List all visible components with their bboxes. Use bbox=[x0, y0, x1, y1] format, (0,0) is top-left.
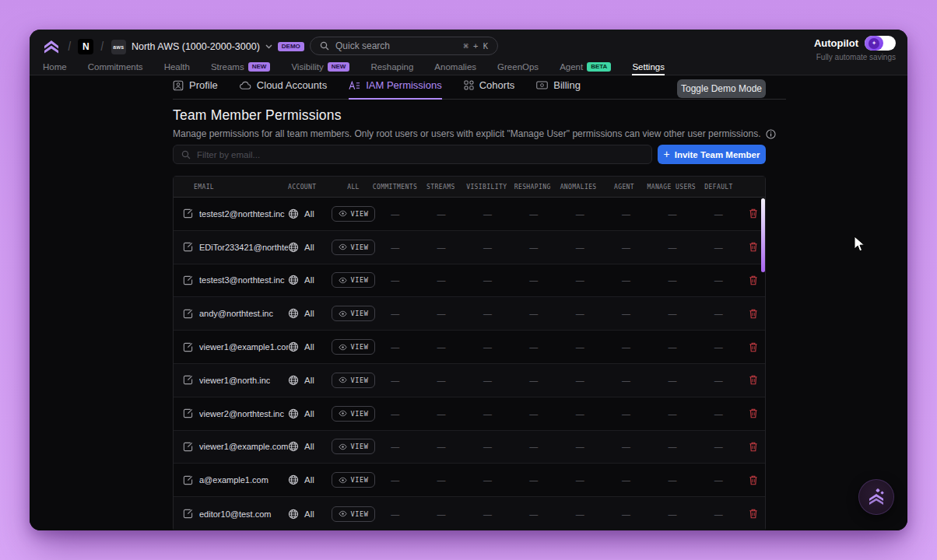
invite-team-member-button[interactable]: + Invite Team Member bbox=[658, 145, 766, 164]
view-permissions-button[interactable]: VIEW bbox=[332, 373, 376, 388]
edit-email-icon[interactable] bbox=[183, 475, 193, 485]
toggle-demo-mode-button[interactable]: Toggle Demo Mode bbox=[677, 79, 766, 98]
permission-cell-commitments: — bbox=[372, 243, 418, 252]
permission-cell-streams: — bbox=[418, 475, 464, 485]
view-permissions-button[interactable]: VIEW bbox=[332, 472, 376, 488]
column-header-all: ALL bbox=[335, 184, 372, 191]
globe-icon bbox=[288, 308, 299, 319]
tab-iam-permissions[interactable]: IAM Permissions bbox=[349, 78, 442, 99]
account-scope: All bbox=[304, 376, 314, 385]
edit-email-icon[interactable] bbox=[183, 375, 193, 385]
tab-cohorts[interactable]: Cohorts bbox=[464, 78, 515, 99]
permission-cell-visibility: — bbox=[465, 275, 511, 285]
view-permissions-button[interactable]: VIEW bbox=[332, 306, 376, 321]
permission-cell-manage-users: — bbox=[649, 309, 695, 318]
org-avatar[interactable]: N bbox=[78, 39, 93, 54]
globe-icon bbox=[288, 242, 299, 253]
account-selector[interactable]: aws North AWS (1000-2000-3000) DEMO bbox=[111, 40, 304, 54]
view-permissions-button[interactable]: VIEW bbox=[332, 406, 376, 422]
nav-item-commitments[interactable]: Commitments bbox=[88, 62, 143, 75]
permission-cell-default: — bbox=[696, 209, 742, 219]
permission-cell-visibility: — bbox=[465, 342, 511, 352]
new-badge: NEW bbox=[328, 62, 350, 72]
view-permissions-button[interactable]: VIEW bbox=[332, 206, 376, 222]
permission-cell-default: — bbox=[696, 409, 742, 418]
tab-billing[interactable]: Billing bbox=[536, 78, 581, 99]
delete-user-icon[interactable] bbox=[749, 208, 758, 219]
edit-email-icon[interactable] bbox=[183, 342, 193, 352]
app-window: / N / aws North AWS (1000-2000-3000) DEM… bbox=[30, 30, 907, 530]
delete-user-icon[interactable] bbox=[749, 509, 758, 519]
page-title: Team Member Permissions bbox=[173, 107, 342, 124]
permission-cell-default: — bbox=[696, 475, 742, 485]
edit-email-icon[interactable] bbox=[183, 309, 193, 319]
email-cell: a@example1.com bbox=[183, 475, 288, 485]
edit-email-icon[interactable] bbox=[183, 242, 193, 252]
table-scrollbar[interactable] bbox=[761, 198, 765, 272]
nav-item-streams[interactable]: StreamsNEW bbox=[211, 62, 271, 75]
delete-user-icon[interactable] bbox=[749, 275, 758, 285]
filter-placeholder: Filter by email... bbox=[197, 150, 260, 159]
edit-email-icon[interactable] bbox=[183, 275, 193, 285]
settings-content: ProfileCloud AccountsIAM PermissionsCoho… bbox=[30, 76, 907, 530]
account-scope: All bbox=[304, 409, 314, 418]
nav-item-reshaping[interactable]: Reshaping bbox=[370, 62, 413, 75]
view-permissions-button[interactable]: VIEW bbox=[332, 240, 376, 255]
edit-email-icon[interactable] bbox=[183, 509, 193, 519]
delete-user-icon[interactable] bbox=[749, 309, 758, 319]
column-header-commitments: COMMITMENTS bbox=[372, 184, 418, 191]
permission-cell-commitments: — bbox=[372, 342, 418, 352]
nav-item-settings[interactable]: Settings bbox=[632, 62, 665, 75]
view-permissions-button[interactable]: VIEW bbox=[332, 506, 376, 522]
table-row: viewer2@northtest.inc All VIEW ———————— bbox=[174, 397, 765, 431]
delete-user-icon[interactable] bbox=[749, 242, 758, 252]
account-scope: All bbox=[304, 275, 314, 285]
edit-email-icon[interactable] bbox=[183, 408, 193, 418]
delete-user-icon[interactable] bbox=[749, 408, 758, 418]
billing-icon bbox=[536, 81, 548, 89]
nav-item-visibility[interactable]: VisibilityNEW bbox=[291, 62, 349, 75]
edit-email-icon[interactable] bbox=[183, 208, 193, 219]
tab-profile[interactable]: Profile bbox=[173, 78, 218, 99]
account-cell: All bbox=[288, 474, 335, 485]
permission-cell-reshaping: — bbox=[511, 475, 556, 485]
view-cell: VIEW bbox=[335, 240, 372, 255]
tab-cloud-accounts[interactable]: Cloud Accounts bbox=[240, 78, 327, 99]
north-logo-icon[interactable] bbox=[42, 39, 61, 54]
account-cell: All bbox=[288, 408, 335, 419]
demo-badge: DEMO bbox=[278, 42, 304, 51]
permission-cell-default: — bbox=[696, 376, 742, 385]
north-assistant-button[interactable] bbox=[858, 479, 894, 515]
email-text: viewer1@example1.com bbox=[199, 342, 288, 352]
nav-item-greenops[interactable]: GreenOps bbox=[497, 62, 539, 75]
nav-item-anomalies[interactable]: Anomalies bbox=[434, 62, 476, 75]
email-text: EDiTor233421@northtest.inc bbox=[199, 243, 288, 252]
email-text: viewer1@north.inc bbox=[199, 376, 270, 385]
view-permissions-button[interactable]: VIEW bbox=[332, 339, 376, 355]
permission-cell-default: — bbox=[696, 442, 742, 451]
delete-user-icon[interactable] bbox=[749, 342, 758, 352]
view-permissions-button[interactable]: VIEW bbox=[332, 272, 376, 288]
filter-email-input[interactable]: Filter by email... bbox=[173, 145, 652, 164]
nav-item-health[interactable]: Health bbox=[164, 62, 190, 75]
column-header-streams: STREAMS bbox=[418, 184, 464, 191]
info-icon[interactable] bbox=[766, 129, 776, 139]
email-cell: EDiTor233421@northtest.inc bbox=[183, 242, 288, 252]
column-header-reshaping: RESHAPING bbox=[510, 184, 556, 191]
delete-user-icon[interactable] bbox=[749, 442, 758, 452]
nav-item-home[interactable]: Home bbox=[43, 62, 67, 75]
permission-cell-reshaping: — bbox=[511, 409, 556, 418]
plus-icon: + bbox=[664, 148, 670, 160]
quick-search-input[interactable]: Quick search ⌘ + K bbox=[310, 37, 498, 55]
permission-cell-anomalies: — bbox=[557, 209, 603, 219]
new-badge: NEW bbox=[248, 62, 271, 72]
table-row: testest3@northtest.inc All VIEW ———————— bbox=[174, 264, 765, 298]
account-cell: All bbox=[288, 275, 335, 285]
edit-email-icon[interactable] bbox=[183, 442, 193, 452]
view-permissions-button[interactable]: VIEW bbox=[332, 439, 376, 454]
delete-user-icon[interactable] bbox=[749, 375, 758, 385]
column-header-email: EMAIL bbox=[183, 184, 288, 191]
delete-user-icon[interactable] bbox=[749, 475, 758, 485]
nav-item-agent[interactable]: AgentBETA bbox=[560, 62, 611, 75]
autopilot-toggle[interactable]: ✦ bbox=[865, 36, 896, 51]
